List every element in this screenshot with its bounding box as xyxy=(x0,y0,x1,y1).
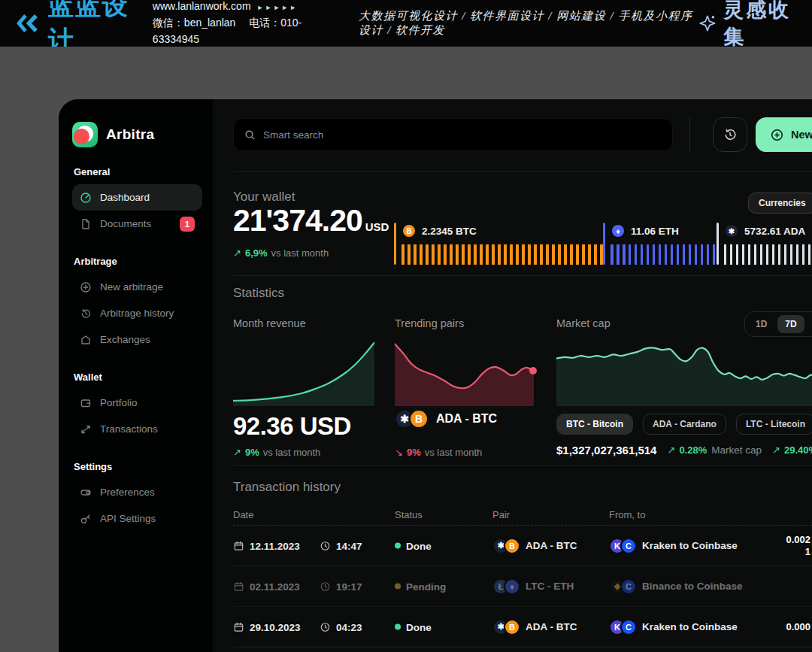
month-revenue-chart xyxy=(233,340,374,406)
month-revenue-change: ↗ 9% vs last month xyxy=(233,447,320,458)
volume-change: ↗29.40% xyxy=(772,444,812,456)
coin-tabs: BTC - BitcoinADA - CardanoLTC - Litecoin… xyxy=(556,414,812,435)
plus-circle-icon xyxy=(80,281,92,293)
transaction-table: 12.11.2023 14:47 Done ✱BADA - BTC KCKrak… xyxy=(233,526,812,647)
documents-badge: 1 xyxy=(180,217,195,232)
sidebar-item-dashboard[interactable]: Dashboard xyxy=(72,184,202,211)
promo-banner: 蓝蓝设计 www.lanlanwork.com►►►►► 微信：ben_lanl… xyxy=(0,0,812,47)
sidebar-item-arbitrage-history[interactable]: Arbitrage history xyxy=(72,300,202,326)
tx-pair: ✱BADA - BTC xyxy=(492,538,577,554)
coinbase-coin-icon: C xyxy=(620,538,637,554)
transaction-row[interactable]: 29.10.2023 04:23 Done ✱BADA - BTC KCKrak… xyxy=(233,607,812,647)
sidebar-item-new-arbitrage[interactable]: New arbitrage xyxy=(72,274,202,300)
sidebar: Arbitra GeneralDashboardDocuments1Arbitr… xyxy=(59,99,213,652)
history-icon xyxy=(723,127,738,142)
month-revenue-value: 92.36 USD xyxy=(233,412,351,441)
tx-time: 14:47 xyxy=(320,540,362,551)
wallet-view-toggle: Currencies Exchanges xyxy=(748,193,812,214)
tx-route: ◆CBinance to Coinbase xyxy=(609,578,743,595)
col-fromto: From, to xyxy=(609,509,645,520)
trending-pairs-chart xyxy=(395,340,534,406)
month-revenue-label: Month revenue xyxy=(233,317,376,329)
section-divider xyxy=(233,275,812,276)
sidebar-item-api-settings[interactable]: API Settings xyxy=(72,505,202,532)
dashboard-icon xyxy=(80,192,92,204)
sidebar-nav: GeneralDashboardDocuments1ArbitrageNew a… xyxy=(72,166,202,532)
status-dot xyxy=(395,543,401,549)
transaction-row[interactable]: 02.11.2023 19:17 Pending Ł♦LTC - ETH ◆CB… xyxy=(233,566,812,607)
lanlan-logo-icon xyxy=(17,8,41,38)
sidebar-item-transactions[interactable]: Transactions xyxy=(72,416,202,442)
trending-pairs-card: Trending pairs ✱B ADA - BTC ↘ 9% vs last… xyxy=(395,317,538,329)
calendar-icon xyxy=(233,540,244,551)
sidebar-item-portfolio[interactable]: Portfolio xyxy=(72,390,202,416)
sidebar-item-preferences[interactable]: Preferences xyxy=(72,479,202,505)
statistics-title: Statistics xyxy=(233,286,284,301)
wallet-segment-ada: ✱5732.61 ADA xyxy=(717,223,812,265)
up-arrow-icon: ↗ xyxy=(233,247,241,259)
down-arrow-icon: ↘ xyxy=(395,447,403,458)
tx-pair: Ł♦LTC - ETH xyxy=(492,578,574,595)
wallet-segment-label: B2.2345 BTC xyxy=(401,223,603,239)
market-cap-value: $1,327,027,361,514 xyxy=(556,444,656,456)
transaction-row[interactable]: 12.11.2023 14:47 Done ✱BADA - BTC KCKrak… xyxy=(233,526,812,566)
transaction-history-title: Transaction history xyxy=(233,480,341,495)
tx-time: 04:23 xyxy=(320,621,362,632)
desktop-background: Arbitra GeneralDashboardDocuments1Arbitr… xyxy=(0,47,812,652)
up-arrow-icon: ↗ xyxy=(233,447,241,458)
history-button[interactable] xyxy=(713,117,747,152)
api-icon xyxy=(80,513,92,525)
trending-pair: ✱B ADA - BTC xyxy=(395,409,497,429)
preferences-icon xyxy=(80,487,92,499)
sidebar-section: ArbitrageNew arbitrageArbitrage historyE… xyxy=(72,256,202,353)
btc-coin-icon: B xyxy=(401,223,417,238)
search-input[interactable]: Smart search xyxy=(233,118,673,151)
btc-coin-icon: B xyxy=(504,538,520,554)
wallet-segment-eth: ♦11.06 ETH xyxy=(603,223,717,265)
wallet-segment-btc: B2.2345 BTC xyxy=(394,223,603,265)
col-date: Date xyxy=(233,509,253,520)
main-panel: Smart search New arbitrage Your wallet 2… xyxy=(213,99,812,652)
coin-tab-ada[interactable]: ADA - Cardano xyxy=(643,414,726,435)
ada-coin-icon: ✱ xyxy=(724,223,739,238)
wallet-segment-bars xyxy=(611,244,717,265)
new-arbitrage-button[interactable]: New arbitrage xyxy=(756,117,812,152)
tx-date: 12.11.2023 xyxy=(233,540,300,551)
tx-route: KCKraken to Coinbase xyxy=(609,538,738,554)
sidebar-item-exchanges[interactable]: Exchanges xyxy=(72,326,202,353)
arbitra-app-window: Arbitra GeneralDashboardDocuments1Arbitr… xyxy=(59,99,812,652)
currencies-pill[interactable]: Currencies xyxy=(748,193,812,214)
eth-coin-icon: ♦ xyxy=(611,223,626,238)
banner-services: 大数据可视化设计 / 软件界面设计 / 网站建设 / 手机及小程序设计 / 软件… xyxy=(359,9,699,38)
star-icon xyxy=(698,12,717,35)
range-chip-1m[interactable]: 1M xyxy=(807,315,812,333)
sidebar-section: SettingsPreferencesAPI Settings xyxy=(72,461,202,532)
topbar-divider xyxy=(689,118,690,151)
wallet-segment-label: ♦11.06 ETH xyxy=(611,223,717,239)
sidebar-section: GeneralDashboardDocuments1 xyxy=(72,166,202,237)
wallet-change: ↗ 6,9% vs last month xyxy=(233,247,329,259)
wallet-allocation-chart: B2.2345 BTC♦11.06 ETH✱5732.61 ADA xyxy=(394,223,812,265)
chart-end-dot xyxy=(529,367,537,375)
sidebar-item-documents[interactable]: Documents1 xyxy=(72,211,202,237)
sidebar-section-title: Wallet xyxy=(74,371,202,383)
tx-amount: 0.000 xyxy=(786,621,810,633)
banner-url[interactable]: www.lanlanwork.com xyxy=(153,0,251,12)
section-divider xyxy=(233,465,812,465)
coin-tab-ltc[interactable]: LTC - Litecoin xyxy=(736,414,812,435)
col-pair: Pair xyxy=(492,509,510,520)
month-revenue-card: Month revenue 92.36 USD ↗ 9% vs last mon… xyxy=(233,317,376,329)
app-name: Arbitra xyxy=(106,126,154,143)
inspiration-collect[interactable]: 灵感收集 xyxy=(698,0,795,50)
coin-tab-btc[interactable]: BTC - Bitcoin xyxy=(556,414,633,435)
sidebar-section-title: Arbitrage xyxy=(74,256,202,267)
range-chip-7d[interactable]: 7D xyxy=(777,315,804,333)
eth-coin-icon: ♦ xyxy=(504,578,520,595)
banner-wechat: 微信：ben_lanlan xyxy=(153,17,236,29)
clock-icon xyxy=(320,540,331,551)
tx-date: 02.11.2023 xyxy=(233,581,300,592)
search-placeholder: Smart search xyxy=(263,129,323,141)
arbitra-logo: Arbitra xyxy=(72,122,202,147)
range-chip-1d[interactable]: 1D xyxy=(748,315,774,333)
market-cap-card: Market cap 1D7D1M BTC - BitcoinADA - Car… xyxy=(556,317,812,329)
